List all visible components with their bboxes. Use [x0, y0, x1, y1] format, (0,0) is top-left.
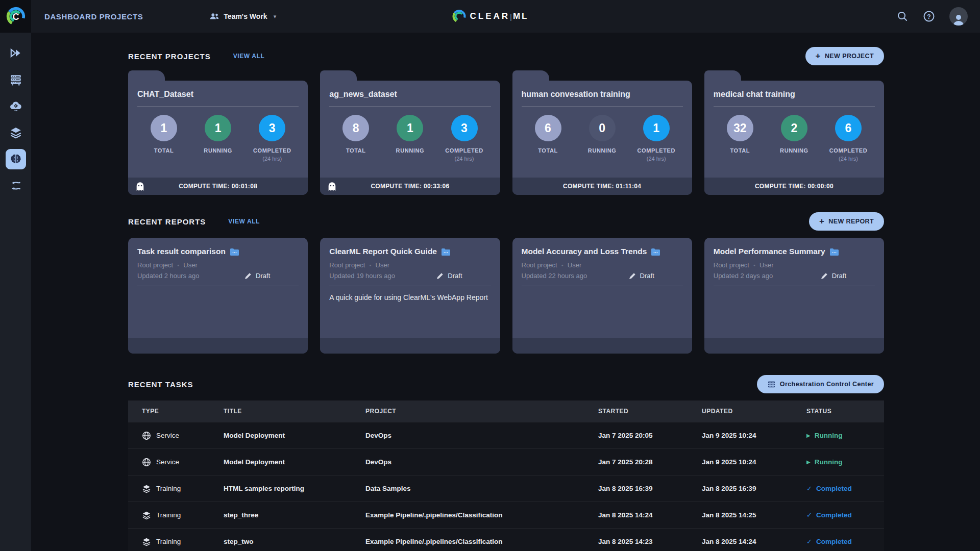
svg-text:C: C [12, 12, 19, 22]
sidebar-item-datasets[interactable] [0, 119, 31, 146]
report-card[interactable]: Model Accuracy and Loss Trends Root proj… [512, 238, 692, 354]
folder-icon [441, 248, 450, 256]
status-badge: ✓Completed [806, 511, 884, 519]
table-row[interactable]: Training HTML samples reporting Data Sam… [128, 475, 884, 502]
project-name: ag_news_dataset [329, 90, 491, 99]
clearml-logo[interactable]: C [0, 0, 31, 33]
server-rack-icon [9, 73, 22, 86]
task-type: Training [156, 538, 181, 545]
folder-tab [704, 70, 741, 81]
task-project: DevOps [365, 432, 598, 439]
dot-separator: ● [369, 263, 371, 267]
compute-time: COMPUTE TIME: 00:33:06 [320, 183, 500, 190]
table-row[interactable]: Training step_two Example Pipeline/.pipe… [128, 528, 884, 551]
new-project-button[interactable]: + NEW PROJECT [805, 47, 884, 65]
sidebar-item-workers-queues[interactable] [0, 66, 31, 93]
reports-view-all-link[interactable]: VIEW ALL [228, 218, 260, 225]
draft-label: Draft [448, 272, 462, 280]
report-user: User [183, 261, 197, 269]
team-icon [209, 12, 219, 20]
report-card-footer [128, 338, 308, 354]
help-icon[interactable]: ? [923, 10, 935, 22]
cloud-gear-icon [9, 99, 22, 113]
compute-time: COMPUTE TIME: 00:01:08 [128, 183, 308, 190]
report-title: ClearML Report Quick Guide [329, 247, 437, 256]
col-status: STATUS [806, 408, 884, 415]
task-title: Model Deployment [224, 458, 365, 466]
divider [329, 286, 491, 286]
plus-icon: + [819, 216, 824, 227]
sidebar-item-overview[interactable] [0, 40, 31, 66]
brand-swirl-icon [451, 9, 467, 24]
ghost-icon [327, 181, 337, 191]
sidebar-item-pipelines[interactable] [0, 172, 31, 199]
table-row[interactable]: Training step_three Example Pipeline/.pi… [128, 502, 884, 528]
total-label: TOTAL [154, 147, 174, 154]
status-label: Running [815, 458, 843, 466]
total-count: 1 [151, 115, 177, 141]
folder-tab [512, 70, 549, 81]
project-card-footer: COMPUTE TIME: 00:01:08 [128, 178, 308, 195]
brand-text-clear: CLEAR [470, 11, 510, 21]
recent-reports-section: RECENT REPORTS VIEW ALL + NEW REPORT Tas… [128, 212, 884, 354]
sidebar-item-cloud-autoscaling[interactable] [0, 93, 31, 119]
report-title: Task result comparison [137, 247, 226, 256]
project-card[interactable]: ag_news_dataset 8TOTAL 1RUNNING 3COMPLET… [320, 70, 500, 195]
total-label: TOTAL [346, 147, 366, 154]
task-updated: Jan 8 2025 16:39 [702, 485, 806, 492]
running-icon: ▶ [806, 459, 811, 465]
task-title: step_three [224, 511, 365, 519]
recent-reports-heading: RECENT REPORTS [128, 217, 206, 226]
table-row[interactable]: Service Model Deployment DevOps Jan 7 20… [128, 422, 884, 448]
status-badge: ▶Running [806, 432, 884, 439]
dot-separator: ● [177, 263, 179, 267]
completed-window-label: (24 hrs) [262, 156, 282, 162]
task-updated: Jan 8 2025 14:24 [702, 538, 806, 545]
task-project: Data Samples [365, 485, 598, 492]
globe-icon [142, 458, 151, 467]
total-count: 32 [727, 115, 753, 141]
sidebar-item-projects-dashboard[interactable] [0, 146, 31, 172]
completed-label: COMPLETED [445, 147, 483, 154]
report-card[interactable]: Task result comparison Root project●User… [128, 238, 308, 354]
running-count: 0 [589, 115, 616, 141]
new-report-button[interactable]: + NEW REPORT [809, 212, 884, 231]
running-label: RUNNING [588, 147, 617, 154]
check-icon: ✓ [806, 538, 812, 545]
project-card[interactable]: human convesation training 6TOTAL 0RUNNI… [512, 70, 692, 195]
project-card[interactable]: medical chat training 32TOTAL 2RUNNING 6… [704, 70, 884, 195]
fast-forward-icon [9, 46, 22, 60]
report-updated: Updated 22 hours ago [522, 272, 587, 280]
sidebar-nav [0, 33, 31, 551]
table-row[interactable]: Service Model Deployment DevOps Jan 7 20… [128, 448, 884, 475]
report-card[interactable]: Model Performance Summary Root project●U… [704, 238, 884, 354]
total-count: 8 [342, 115, 369, 141]
task-title: HTML samples reporting [224, 485, 365, 492]
report-project: Root project [137, 261, 173, 269]
total-label: TOTAL [538, 147, 558, 154]
workspace-selector[interactable]: Team's Work ▾ [209, 12, 276, 20]
status-badge: ▶Running [806, 458, 884, 466]
running-label: RUNNING [396, 147, 425, 154]
report-card-footer [512, 338, 692, 354]
report-updated: Updated 2 days ago [714, 272, 773, 280]
running-icon: ▶ [806, 433, 811, 438]
report-card[interactable]: ClearML Report Quick Guide Root project●… [320, 238, 500, 354]
pencil-icon [244, 272, 252, 280]
divider [714, 106, 875, 107]
task-updated: Jan 9 2025 10:24 [702, 458, 806, 466]
running-count: 1 [397, 115, 423, 141]
project-card-footer: COMPUTE TIME: 00:00:00 [704, 178, 884, 195]
user-avatar[interactable] [949, 7, 968, 26]
col-updated: UPDATED [702, 408, 806, 415]
running-label: RUNNING [780, 147, 808, 154]
layers-icon [142, 537, 151, 546]
projects-view-all-link[interactable]: VIEW ALL [233, 53, 265, 60]
occ-label: Orchestration Control Center [780, 381, 874, 388]
report-description: A quick guide for using ClearML's WebApp… [329, 293, 491, 302]
project-card-footer: COMPUTE TIME: 00:33:06 [320, 178, 500, 195]
task-project: Example Pipeline/.pipelines/Classificati… [365, 511, 598, 519]
project-card[interactable]: CHAT_Dataset 1TOTAL 1RUNNING 3COMPLETED(… [128, 70, 308, 195]
search-icon[interactable] [896, 10, 909, 22]
orchestration-control-center-button[interactable]: Orchestration Control Center [757, 375, 884, 393]
